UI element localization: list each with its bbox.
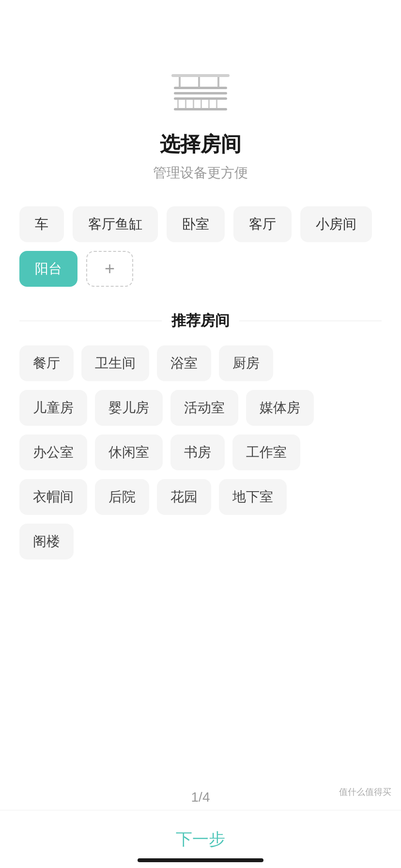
rec-tag-阁楼[interactable]: 阁楼 <box>19 524 74 559</box>
rec-tag-休闲室[interactable]: 休闲室 <box>95 434 163 470</box>
rec-tags-row-1: 儿童房婴儿房活动室媒体房 <box>19 390 382 426</box>
divider-line-left <box>19 321 162 321</box>
user-rooms-section: 车客厅鱼缸卧室客厅小房间阳台+ <box>0 206 401 292</box>
rec-tags-row-3: 衣帽间后院花园地下室 <box>19 479 382 515</box>
room-tag-bedroom[interactable]: 卧室 <box>167 206 225 242</box>
rec-tag-工作室[interactable]: 工作室 <box>232 434 300 470</box>
user-room-tags-row: 车客厅鱼缸卧室客厅小房间阳台+ <box>19 206 382 287</box>
rec-tags-row-4: 阁楼 <box>19 524 382 559</box>
rec-tag-后院[interactable]: 后院 <box>95 479 149 515</box>
rec-tag-媒体房[interactable]: 媒体房 <box>246 390 314 426</box>
device-image-area <box>0 0 401 131</box>
svg-rect-1 <box>179 77 181 87</box>
svg-rect-0 <box>171 74 230 77</box>
divider-line-right <box>239 321 382 321</box>
rec-tag-厨房[interactable]: 厨房 <box>219 345 273 381</box>
watermark: 值什么值得买 <box>339 786 391 798</box>
room-tag-living-room[interactable]: 客厅 <box>233 206 292 242</box>
recommended-tags-grid: 餐厅卫生间浴室厨房儿童房婴儿房活动室媒体房办公室休闲室书房工作室衣帽间后院花园地… <box>19 345 382 559</box>
svg-rect-11 <box>208 100 210 108</box>
svg-rect-12 <box>216 100 217 108</box>
page-title: 选择房间 <box>160 131 241 158</box>
rec-tag-婴儿房[interactable]: 婴儿房 <box>95 390 163 426</box>
rec-tags-row-2: 办公室休闲室书房工作室 <box>19 434 382 470</box>
device-illustration <box>152 68 249 116</box>
room-tag-living-room-fishtank[interactable]: 客厅鱼缸 <box>73 206 158 242</box>
svg-rect-4 <box>174 87 227 89</box>
svg-rect-2 <box>198 77 200 87</box>
svg-rect-9 <box>193 100 194 108</box>
page-subtitle: 管理设备更方便 <box>153 164 248 182</box>
svg-rect-8 <box>185 100 186 108</box>
room-tag-balcony[interactable]: 阳台 <box>19 251 77 287</box>
rec-tag-书房[interactable]: 书房 <box>170 434 225 470</box>
rec-tag-地下室[interactable]: 地下室 <box>219 479 287 515</box>
svg-rect-6 <box>174 97 227 100</box>
rec-tag-儿童房[interactable]: 儿童房 <box>19 390 87 426</box>
room-tag-car[interactable]: 车 <box>19 206 64 242</box>
next-button[interactable]: 下一步 <box>176 828 225 851</box>
add-room-button[interactable]: + <box>86 251 133 287</box>
rec-tags-row-0: 餐厅卫生间浴室厨房 <box>19 345 382 381</box>
svg-rect-7 <box>177 100 179 108</box>
room-tag-small-room[interactable]: 小房间 <box>300 206 372 242</box>
rec-tag-餐厅[interactable]: 餐厅 <box>19 345 74 381</box>
recommended-section-label: 推荐房间 <box>171 311 230 331</box>
rec-tag-卫生间[interactable]: 卫生间 <box>81 345 149 381</box>
rec-tag-浴室[interactable]: 浴室 <box>157 345 211 381</box>
svg-rect-5 <box>174 92 227 94</box>
svg-rect-3 <box>217 77 219 87</box>
rec-tag-办公室[interactable]: 办公室 <box>19 434 87 470</box>
home-indicator <box>138 858 263 862</box>
section-divider: 推荐房间 <box>0 311 401 331</box>
svg-rect-10 <box>200 100 202 108</box>
rec-tag-活动室[interactable]: 活动室 <box>170 390 238 426</box>
rec-tag-花园[interactable]: 花园 <box>157 479 211 515</box>
rec-tag-衣帽间[interactable]: 衣帽间 <box>19 479 87 515</box>
svg-rect-13 <box>174 108 227 110</box>
recommended-rooms-section: 餐厅卫生间浴室厨房儿童房婴儿房活动室媒体房办公室休闲室书房工作室衣帽间后院花园地… <box>0 345 401 559</box>
